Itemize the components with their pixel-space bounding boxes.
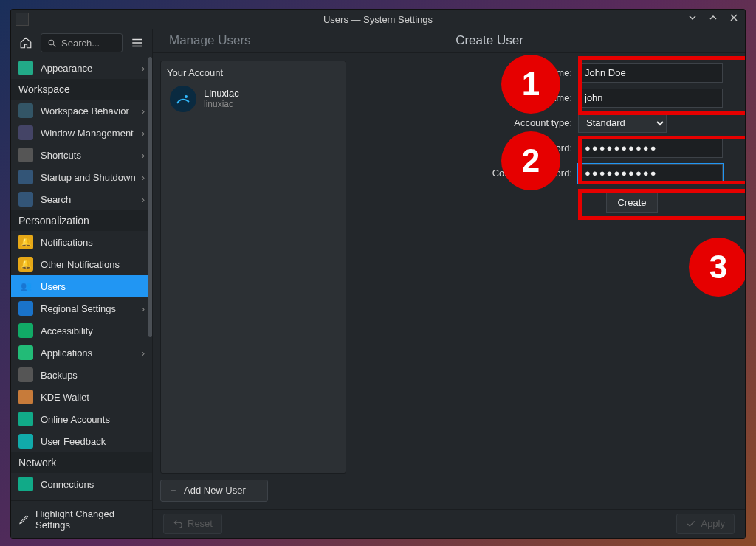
close-button[interactable] (727, 11, 740, 24)
sidebar-item-applications[interactable]: Applications› (11, 342, 152, 364)
sidebar-item-search[interactable]: Search› (11, 188, 152, 210)
sidebar-item-label: Applications (41, 348, 92, 359)
search-settings-icon (18, 192, 33, 207)
search-placeholder: Search... (61, 38, 100, 49)
sidebar-item-label: Online Accounts (41, 414, 110, 425)
content-area: Manage Users Create User Your Account Li… (153, 29, 745, 538)
flag-icon (18, 301, 33, 316)
chevron-right-icon: › (142, 150, 145, 161)
hamburger-menu-icon[interactable] (128, 34, 146, 52)
titlebar[interactable]: Users — System Settings (11, 10, 745, 29)
maximize-button[interactable] (707, 11, 720, 24)
sidebar-item-user-feedback[interactable]: User Feedback (11, 430, 152, 452)
globe-icon (18, 412, 33, 426)
annotation-box-1 (578, 56, 745, 115)
avatar (170, 86, 196, 112)
add-new-user-label: Add New User (184, 485, 246, 496)
sidebar: Search... Appearance› Workspace Workspac… (11, 29, 153, 538)
sidebar-item-workspace-behavior[interactable]: Workspace Behavior› (11, 100, 152, 122)
create-user-heading: Create User (234, 33, 745, 48)
workspace-behavior-icon (18, 103, 33, 118)
sidebar-item-label: Users (41, 281, 66, 292)
window-management-icon (18, 125, 33, 140)
sidebar-item-accessibility[interactable]: Accessibility (11, 319, 152, 342)
appearance-icon (18, 61, 33, 75)
startup-shutdown-icon (18, 170, 33, 184)
sidebar-item-label: Search (41, 194, 71, 205)
search-icon (47, 38, 57, 48)
sidebar-item-appearance[interactable]: Appearance› (11, 57, 152, 79)
sidebar-item-label: Accessibility (41, 325, 93, 336)
sidebar-header-workspace: Workspace (11, 79, 152, 100)
chevron-right-icon: › (142, 348, 145, 359)
annotation-badge-3: 3 (689, 238, 745, 297)
chevron-right-icon: › (142, 303, 145, 314)
accessibility-icon (18, 323, 33, 338)
chevron-right-icon: › (142, 128, 145, 139)
system-settings-window: Users — System Settings Search... (10, 9, 746, 539)
sidebar-item-label: KDE Wallet (41, 392, 89, 403)
annotation-box-2 (578, 136, 745, 184)
sidebar-item-label: Window Management (41, 128, 134, 139)
sidebar-scroll[interactable]: Appearance› Workspace Workspace Behavior… (11, 57, 152, 500)
chevron-right-icon: › (142, 194, 145, 205)
sidebar-header-personalization: Personalization (11, 210, 152, 231)
sidebar-item-shortcuts[interactable]: Shortcuts› (11, 144, 152, 166)
search-input[interactable]: Search... (41, 33, 123, 52)
sidebar-item-startup-shutdown[interactable]: Startup and Shutdown› (11, 166, 152, 188)
add-new-user-button[interactable]: ＋ Add New User (160, 480, 268, 502)
user-list-item[interactable]: Linuxiac linuxiac (167, 83, 340, 115)
highlight-changed-settings-button[interactable]: Highlight Changed Settings (11, 500, 152, 538)
sidebar-item-other-notifications[interactable]: 🔔Other Notifications (11, 253, 152, 275)
sidebar-item-label: Other Notifications (41, 259, 120, 270)
globe-icon (18, 477, 33, 491)
user-username: linuxiac (204, 99, 239, 109)
user-list-panel: Your Account Linuxiac linuxiac (160, 61, 346, 474)
chevron-right-icon: › (142, 63, 145, 74)
chevron-right-icon: › (142, 106, 145, 117)
svg-point-0 (49, 40, 54, 45)
reset-label: Reset (188, 518, 213, 529)
footer-bar: Reset Apply (153, 509, 745, 538)
check-icon (686, 519, 696, 529)
highlight-changed-label: Highlight Changed Settings (35, 508, 145, 531)
sidebar-item-label: User Feedback (41, 436, 106, 447)
sidebar-item-backups[interactable]: Backups (11, 364, 152, 386)
home-icon[interactable] (17, 34, 35, 52)
feedback-icon (18, 434, 33, 449)
sidebar-item-label: Startup and Shutdown (41, 172, 136, 183)
sidebar-scrollbar-thumb[interactable] (148, 57, 152, 337)
users-icon: 👥 (18, 279, 33, 294)
account-type-select[interactable]: Standard (578, 114, 667, 133)
reset-button[interactable]: Reset (163, 514, 222, 534)
apply-label: Apply (701, 518, 725, 529)
undo-icon (173, 519, 183, 529)
sidebar-item-kde-wallet[interactable]: KDE Wallet (11, 386, 152, 408)
window-app-icon (16, 13, 29, 26)
minimize-button[interactable] (686, 11, 699, 24)
user-display-name: Linuxiac (204, 88, 239, 99)
sidebar-item-label: Regional Settings (41, 303, 116, 314)
apply-button[interactable]: Apply (676, 514, 735, 534)
sidebar-item-label: Appearance (41, 63, 92, 74)
chevron-right-icon: › (142, 172, 145, 183)
sidebar-item-online-accounts[interactable]: Online Accounts (11, 408, 152, 430)
create-user-form: Name: Username: Account type: Standard P… (357, 61, 738, 502)
wallet-icon (18, 390, 33, 404)
sidebar-item-label: Backups (41, 370, 78, 381)
window-title: Users — System Settings (323, 14, 433, 25)
shortcuts-icon (18, 148, 33, 162)
pencil-icon (18, 514, 30, 525)
bell-icon: 🔔 (18, 257, 33, 272)
sidebar-header-network: Network (11, 452, 152, 473)
sidebar-item-label: Connections (41, 479, 94, 490)
sidebar-item-users[interactable]: 👥Users (11, 275, 152, 297)
annotation-box-3 (578, 189, 745, 220)
sidebar-item-notifications[interactable]: 🔔Notifications (11, 231, 152, 253)
sidebar-item-connections[interactable]: Connections (11, 473, 152, 495)
sidebar-item-regional-settings[interactable]: Regional Settings› (11, 297, 152, 319)
bell-icon: 🔔 (18, 235, 33, 249)
sidebar-item-label: Workspace Behavior (41, 106, 129, 117)
sidebar-item-label: Shortcuts (41, 150, 81, 161)
sidebar-item-window-management[interactable]: Window Management› (11, 122, 152, 144)
